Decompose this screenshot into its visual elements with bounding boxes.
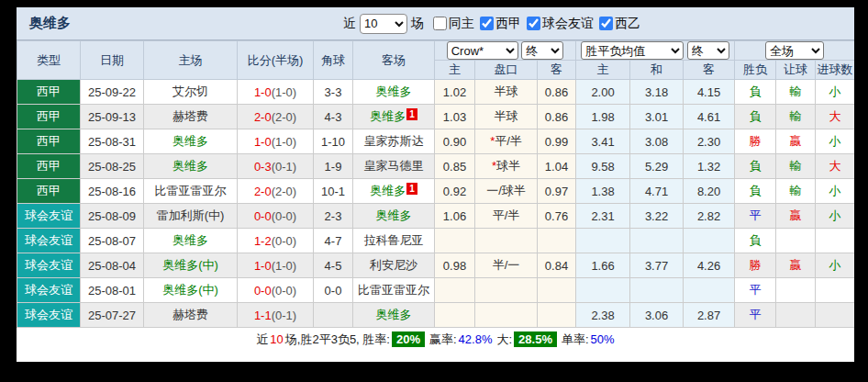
result-goals (816, 303, 854, 328)
table-row[interactable]: 球会友谊 25-08-01 奥维多(中) 0-0(0-0) 0-0 比雷亚雷亚尔… (17, 278, 855, 303)
col-away: 客场 (353, 41, 435, 80)
score-cell: 0-0(0-0) (238, 204, 314, 229)
handicap-text: 平/半 (493, 208, 520, 222)
halftime-score: (0-1) (272, 309, 296, 322)
odds-home-value: 1.06 (435, 204, 475, 229)
odds-home-value: 1.02 (435, 80, 475, 105)
result-goals (816, 278, 854, 303)
result-wdl: 負 (735, 154, 776, 179)
home-team[interactable]: 赫塔费 (144, 303, 238, 328)
result-handicap: 贏 (776, 204, 816, 229)
score-cell: 1-0(1-0) (238, 80, 314, 105)
halftime-score: (0-1) (272, 160, 296, 174)
filter-checkbox[interactable] (599, 17, 613, 30)
home-team[interactable]: 比雷亚雷亚尔 (144, 179, 238, 204)
table-row[interactable]: 西甲 25-08-16 比雷亚雷亚尔 2-0(2-0) 10-1 奥维多1 0.… (17, 179, 855, 204)
filter-checkbox-item[interactable]: 西乙 (599, 16, 640, 32)
home-team[interactable]: 艾尔切 (144, 80, 238, 105)
filter-bar: 近 10 场 同主 西甲 球会友谊 西乙 (339, 7, 640, 39)
corners-value: 10-1 (314, 179, 353, 204)
away-team[interactable]: 奥维多 (376, 308, 412, 321)
away-team[interactable]: 比雷亚雷亚尔 (358, 283, 429, 297)
away-team[interactable]: 奥维多 (376, 208, 412, 222)
home-team[interactable]: 奥维多 (144, 129, 238, 154)
recent-count-select[interactable]: 10 (360, 14, 407, 34)
fulltime-score: 0-0 (254, 209, 272, 223)
table-row[interactable]: 球会友谊 25-08-07 奥维多 1-2(0-0) 4-7 拉科鲁尼亚 負 (17, 229, 855, 253)
filter-checkbox-item[interactable]: 同主 (433, 16, 474, 32)
filter-checkbox-item[interactable]: 西甲 (480, 16, 521, 32)
table-row[interactable]: 球会友谊 25-07-27 赫塔费 1-1(0-1) 奥维多 2.38 3.06… (17, 303, 855, 328)
group-result: 全场 (735, 41, 854, 61)
bookmaker-select[interactable]: Crow* (447, 41, 518, 60)
away-team[interactable]: 奥维多 (370, 109, 406, 123)
avg-lose-value: 2.87 (684, 303, 735, 328)
scope-select[interactable]: 全场 (765, 41, 824, 60)
table-row[interactable]: 西甲 25-09-13 赫塔费 2-0(2-0) 4-3 奥维多1 1.03 半… (17, 105, 855, 129)
summary-footer: 近10场,胜2平3负5, 胜率: 20% 赢率:42.8% 大: 28.5% 单… (17, 328, 854, 351)
match-date: 25-08-01 (81, 278, 144, 303)
avg-lose-value: 4.61 (684, 105, 735, 129)
odds-final-select[interactable]: 终 (521, 41, 563, 60)
filter-checkbox[interactable] (433, 17, 447, 30)
away-team[interactable]: 拉科鲁尼亚 (364, 233, 424, 247)
away-team[interactable]: 皇家苏斯达 (364, 134, 424, 148)
table-row[interactable]: 球会友谊 25-08-09 雷加利斯(中) 0-0(0-0) 2-3 奥维多 1… (17, 204, 855, 229)
away-cell: 拉科鲁尼亚 (353, 229, 435, 253)
result-handicap: 輸 (776, 105, 816, 129)
result-wdl: 平 (735, 204, 776, 229)
avg-draw-value: 3.22 (630, 204, 684, 229)
avg-final-select[interactable]: 终 (687, 41, 729, 60)
away-cell: 奥维多 (353, 303, 435, 328)
avg-win-value: 2.31 (576, 204, 630, 229)
col-score: 比分(半场) (238, 41, 314, 80)
match-date: 25-08-04 (81, 253, 144, 278)
league-type-cell: 西甲 (17, 179, 81, 204)
avg-draw-value: 5.29 (630, 154, 684, 179)
result-wdl: 負 (735, 179, 776, 204)
odds-away-value: 0.76 (538, 204, 576, 229)
league-type-cell: 球会友谊 (17, 278, 81, 303)
footer-text: 近 (256, 331, 268, 348)
filter-checkbox[interactable] (527, 17, 540, 30)
avg-win-value: 3.41 (576, 129, 630, 154)
score-cell: 1-2(0-0) (238, 229, 314, 253)
table-row[interactable]: 西甲 25-08-31 奥维多 1-0(1-0) 1-10 皇家苏斯达 0.90… (17, 129, 855, 154)
filter-checkbox-item[interactable]: 球会友谊 (527, 16, 594, 32)
avg-draw-value: 3.08 (630, 129, 684, 154)
league-type-cell: 球会友谊 (17, 204, 81, 229)
odds-home-value: 0.85 (435, 154, 475, 179)
odds-away-value: 0.97 (538, 179, 576, 204)
filter-checkboxes: 同主 西甲 球会友谊 西乙 (428, 16, 640, 32)
home-team[interactable]: 奥维多(中) (144, 278, 238, 303)
home-team[interactable]: 奥维多(中) (144, 253, 238, 278)
result-handicap: 輸 (776, 179, 816, 204)
away-team[interactable]: 利安尼沙 (370, 258, 417, 272)
away-team[interactable]: 奥维多 (370, 184, 406, 197)
away-cell: 皇家苏斯达 (353, 129, 435, 154)
odds-away-value (538, 303, 576, 328)
sub-result-wdl: 胜负 (735, 61, 776, 80)
odds-handicap-value (475, 303, 538, 328)
avg-win-value: 2.00 (576, 80, 630, 105)
table-row[interactable]: 西甲 25-09-22 艾尔切 1-0(1-0) 3-3 奥维多 1.02 半球… (17, 80, 855, 105)
league-type-cell: 西甲 (17, 129, 81, 154)
handicap-text: 半球 (495, 109, 518, 123)
away-team[interactable]: 奥维多 (376, 84, 412, 98)
home-team[interactable]: 赫塔费 (144, 105, 238, 129)
home-team[interactable]: 奥维多 (144, 154, 238, 179)
avg-win-value: 1.66 (576, 253, 630, 278)
filter-checkbox[interactable] (480, 17, 494, 30)
away-team[interactable]: 皇家马德里 (364, 159, 424, 173)
home-team[interactable]: 奥维多 (144, 229, 238, 253)
result-wdl: 勝 (735, 253, 776, 278)
match-date: 25-08-09 (81, 204, 144, 229)
table-row[interactable]: 西甲 25-08-25 奥维多 0-3(0-1) 1-9 皇家马德里 0.85 … (17, 154, 855, 179)
table-row[interactable]: 球会友谊 25-08-04 奥维多(中) 1-0(1-0) 4-5 利安尼沙 0… (17, 253, 855, 278)
avg-select[interactable]: 胜平负均值 (581, 41, 684, 60)
odds-handicap-value: 平/半 (475, 204, 538, 229)
handicap-text: 半球 (495, 84, 518, 98)
result-handicap (776, 278, 816, 303)
home-team[interactable]: 雷加利斯(中) (144, 204, 238, 229)
col-type: 类型 (17, 41, 81, 80)
